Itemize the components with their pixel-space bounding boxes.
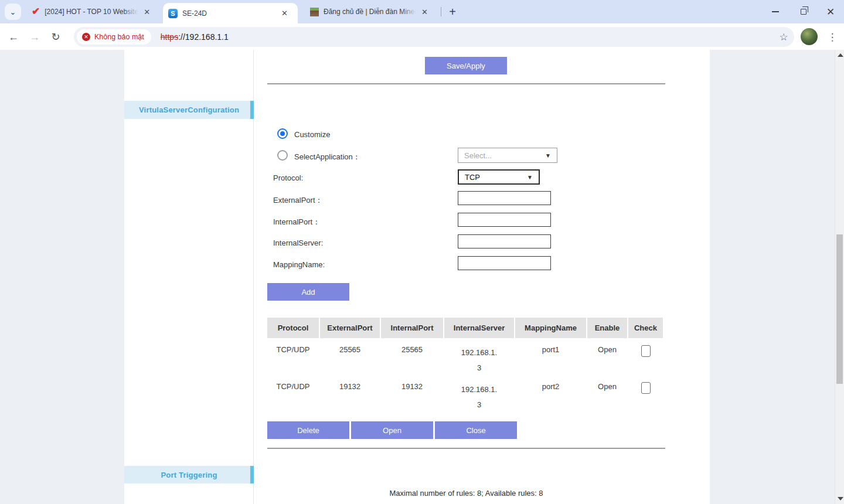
profile-avatar[interactable]: [801, 28, 818, 45]
chevron-down-icon: ▼: [527, 174, 533, 181]
scroll-down-icon[interactable]: [838, 497, 843, 500]
scrollbar-thumb[interactable]: [836, 234, 843, 384]
sidebar: VirtulaServerConfiguration Port Triggeri…: [124, 50, 254, 504]
sidebar-item-virtual-server-configuration[interactable]: VirtulaServerConfiguration: [124, 101, 254, 119]
router-s-favicon-icon: S: [168, 9, 178, 18]
open-button[interactable]: Open: [351, 421, 433, 439]
red-check-favicon-icon: ✔: [32, 7, 40, 16]
sidebar-item-port-triggering[interactable]: Port Triggering: [124, 466, 254, 483]
close-icon: ✕: [826, 6, 835, 18]
bookmark-star-icon[interactable]: ☆: [775, 28, 792, 46]
minimize-icon: [772, 11, 779, 12]
select-application-radio-label: SelectApplication：: [294, 152, 360, 162]
cell-mapping-name: port2: [515, 375, 586, 412]
not-secure-icon: ✕: [82, 33, 90, 41]
row-checkbox[interactable]: [641, 345, 651, 357]
restore-icon: [801, 9, 806, 15]
table-row: TCP/UDP 25565 25565 192.168.1.3 port1 Op…: [267, 338, 665, 375]
tab-minecraft-forum[interactable]: Đăng chủ đề | Diễn đàn Minecra ✕: [305, 0, 435, 23]
protocol-select-value: TCP: [465, 173, 480, 182]
column-header: InternalPort: [381, 318, 443, 338]
divider: [267, 448, 665, 449]
port-mapping-table: Protocol ExternalPort InternalPort Inter…: [267, 318, 665, 412]
window-minimize-button[interactable]: [767, 3, 784, 21]
chevron-down-icon: ⌄: [10, 8, 16, 16]
tab-separator: [441, 7, 441, 16]
back-button[interactable]: ←: [5, 28, 22, 46]
browser-menu-icon[interactable]: ⋮: [824, 28, 840, 46]
add-button[interactable]: Add: [267, 283, 349, 301]
internal-server-input[interactable]: [458, 234, 551, 248]
close-tab-icon[interactable]: ✕: [142, 7, 152, 17]
cell-mapping-name: port1: [515, 338, 586, 375]
row-checkbox[interactable]: [641, 382, 651, 394]
url-text: https://192.168.1.1: [161, 32, 229, 42]
cell-external-port: 19132: [320, 375, 380, 412]
column-header: Check: [628, 318, 663, 338]
rules-info-text: Maximal number of rules: 8; Available ru…: [267, 489, 665, 498]
tab-search-button[interactable]: ⌄: [5, 4, 21, 20]
minecraft-block-favicon-icon: [310, 8, 319, 16]
cell-check: [628, 375, 663, 412]
application-select-value: Select...: [464, 151, 492, 160]
cell-protocol: TCP/UDP: [267, 375, 319, 412]
page-scrollbar[interactable]: [835, 50, 844, 504]
external-port-input[interactable]: [458, 191, 551, 205]
select-application-radio[interactable]: [277, 150, 288, 161]
customize-radio[interactable]: [277, 128, 288, 139]
cell-protocol: TCP/UDP: [267, 338, 319, 375]
tab-title: SE-24D: [182, 9, 276, 18]
window-close-button[interactable]: ✕: [822, 3, 839, 21]
save-apply-button[interactable]: Save/Apply: [425, 57, 507, 74]
delete-button[interactable]: Delete: [267, 421, 349, 439]
router-config-page: VirtulaServerConfiguration Port Triggeri…: [0, 50, 844, 504]
new-tab-button[interactable]: +: [445, 5, 460, 19]
browser-toolbar: ← → ↻ ✕ Không bảo mật https://192.168.1.…: [0, 23, 844, 50]
page-right-margin: [710, 50, 835, 504]
reload-button[interactable]: ↻: [47, 28, 64, 46]
cell-check: [628, 338, 663, 375]
mapping-name-label: MappingName:: [273, 260, 325, 269]
close-tab-icon[interactable]: ✕: [420, 7, 430, 17]
column-header: Enable: [587, 318, 627, 338]
close-button[interactable]: Close: [435, 421, 517, 439]
column-header: ExternalPort: [320, 318, 380, 338]
external-port-label: ExternalPort：: [273, 195, 323, 206]
tab-se-24d-active[interactable]: S SE-24D ✕: [163, 3, 298, 23]
cell-internal-server: 192.168.1.3: [444, 338, 514, 375]
internal-port-label: InternalPort：: [273, 217, 320, 227]
cell-enable-status: Open: [587, 375, 627, 412]
page-left-margin: [0, 50, 124, 504]
window-restore-button[interactable]: [795, 3, 812, 21]
table-row: TCP/UDP 19132 19132 192.168.1.3 port2 Op…: [267, 375, 665, 412]
cell-internal-port: 25565: [381, 338, 443, 375]
protocol-label: Protocol:: [273, 173, 303, 182]
tab-top10-website[interactable]: ✔ [2024] HOT - TOP 10 Website đ ✕: [26, 0, 156, 23]
table-header-row: Protocol ExternalPort InternalPort Inter…: [267, 318, 665, 338]
scroll-up-icon[interactable]: [838, 53, 843, 57]
mapping-name-input[interactable]: [458, 256, 551, 270]
tab-title: [2024] HOT - TOP 10 Website đ: [45, 8, 138, 16]
internal-port-input[interactable]: [458, 213, 551, 227]
cell-internal-port: 19132: [381, 375, 443, 412]
address-bar[interactable]: ✕ Không bảo mật https://192.168.1.1: [74, 27, 794, 47]
cell-internal-server: 192.168.1.3: [444, 375, 514, 412]
chevron-down-icon: ▼: [545, 152, 551, 159]
url-scheme-struck: https: [161, 32, 178, 42]
sidebar-item-label: VirtulaServerConfiguration: [139, 105, 239, 114]
forward-button[interactable]: →: [26, 28, 43, 46]
cell-enable-status: Open: [587, 338, 627, 375]
customize-radio-label: Customize: [294, 130, 330, 139]
close-tab-icon[interactable]: ✕: [280, 8, 290, 18]
column-header: MappingName: [515, 318, 586, 338]
tab-title: Đăng chủ đề | Diễn đàn Minecra: [324, 8, 416, 16]
tab-strip: ⌄ ✔ [2024] HOT - TOP 10 Website đ ✕ S SE…: [0, 0, 844, 23]
internal-server-label: InternalServer:: [273, 239, 323, 247]
column-header: InternalServer: [444, 318, 514, 338]
protocol-select[interactable]: TCP ▼: [458, 169, 540, 185]
security-badge[interactable]: ✕ Không bảo mật: [77, 29, 151, 45]
sidebar-item-label: Port Triggering: [161, 471, 217, 479]
security-badge-label: Không bảo mật: [94, 33, 144, 41]
divider: [267, 83, 665, 84]
application-select[interactable]: Select... ▼: [458, 148, 557, 163]
